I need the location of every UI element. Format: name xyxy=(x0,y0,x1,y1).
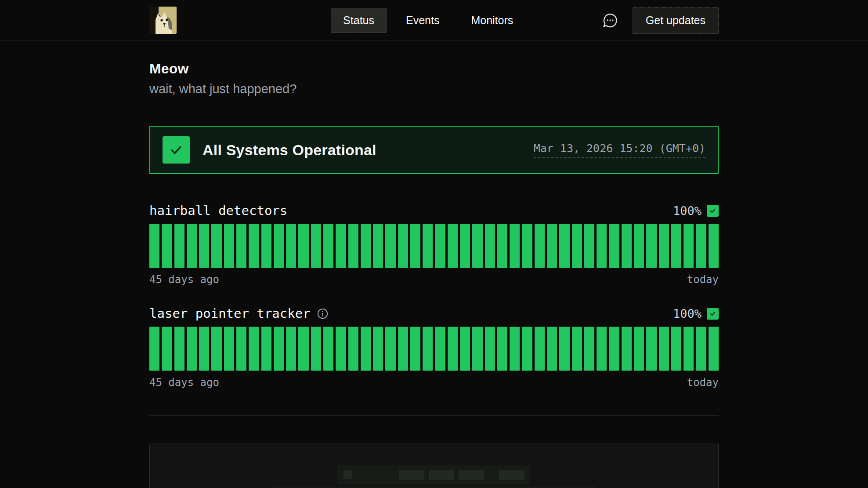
uptime-day-bar[interactable] xyxy=(249,224,259,268)
uptime-day-bar[interactable] xyxy=(696,224,706,268)
uptime-day-bar[interactable] xyxy=(149,224,159,268)
site-logo-polite-cat[interactable] xyxy=(149,7,177,34)
uptime-day-bar[interactable] xyxy=(261,224,271,268)
uptime-day-bar[interactable] xyxy=(510,224,520,268)
uptime-day-bar[interactable] xyxy=(211,224,221,268)
uptime-day-bar[interactable] xyxy=(199,327,209,371)
uptime-day-bar[interactable] xyxy=(535,327,545,371)
uptime-day-bar[interactable] xyxy=(410,224,420,268)
uptime-day-bar[interactable] xyxy=(622,327,632,371)
uptime-day-bar[interactable] xyxy=(311,327,321,371)
uptime-day-bar[interactable] xyxy=(485,327,495,371)
uptime-day-bar[interactable] xyxy=(609,327,619,371)
uptime-day-bar[interactable] xyxy=(274,327,284,371)
uptime-day-bar[interactable] xyxy=(472,224,482,268)
uptime-day-bar[interactable] xyxy=(696,327,706,371)
uptime-day-bar[interactable] xyxy=(472,327,482,371)
uptime-day-bar[interactable] xyxy=(485,224,495,268)
uptime-day-bar[interactable] xyxy=(522,327,532,371)
uptime-day-bar[interactable] xyxy=(323,327,333,371)
uptime-day-bar[interactable] xyxy=(659,224,669,268)
uptime-day-bar[interactable] xyxy=(622,224,632,268)
uptime-day-bar[interactable] xyxy=(398,224,408,268)
uptime-day-bar[interactable] xyxy=(224,327,234,371)
uptime-day-bar[interactable] xyxy=(336,327,346,371)
uptime-day-bar[interactable] xyxy=(286,224,296,268)
chat-bubble-icon[interactable] xyxy=(601,11,619,29)
uptime-day-bar[interactable] xyxy=(460,327,470,371)
uptime-day-bar[interactable] xyxy=(584,327,594,371)
uptime-day-bar[interactable] xyxy=(211,327,221,371)
uptime-day-bar[interactable] xyxy=(149,327,159,371)
uptime-day-bar[interactable] xyxy=(671,224,681,268)
uptime-day-bar[interactable] xyxy=(348,327,358,371)
info-circle-icon[interactable] xyxy=(317,308,329,320)
uptime-day-bar[interactable] xyxy=(559,327,569,371)
uptime-day-bar[interactable] xyxy=(597,327,607,371)
uptime-day-bar[interactable] xyxy=(634,224,644,268)
uptime-day-bar[interactable] xyxy=(348,224,358,268)
uptime-day-bar[interactable] xyxy=(684,327,694,371)
uptime-day-bar[interactable] xyxy=(435,224,445,268)
uptime-day-bar[interactable] xyxy=(236,327,246,371)
uptime-day-bar[interactable] xyxy=(274,224,284,268)
uptime-day-bar[interactable] xyxy=(634,327,644,371)
uptime-day-bar[interactable] xyxy=(423,224,433,268)
uptime-day-bar[interactable] xyxy=(510,327,520,371)
uptime-day-bar[interactable] xyxy=(373,327,383,371)
uptime-day-bar[interactable] xyxy=(286,327,296,371)
uptime-day-bar[interactable] xyxy=(659,327,669,371)
status-timestamp[interactable]: Mar 13, 2026 15:20 (GMT+0) xyxy=(534,142,705,158)
uptime-day-bar[interactable] xyxy=(385,224,395,268)
uptime-day-bar[interactable] xyxy=(311,224,321,268)
uptime-day-bar[interactable] xyxy=(373,224,383,268)
uptime-day-bar[interactable] xyxy=(410,327,420,371)
uptime-day-bar[interactable] xyxy=(423,327,433,371)
uptime-day-bar[interactable] xyxy=(435,327,445,371)
uptime-day-bar[interactable] xyxy=(199,224,209,268)
uptime-day-bar[interactable] xyxy=(298,224,308,268)
uptime-day-bar[interactable] xyxy=(298,327,308,371)
uptime-day-bar[interactable] xyxy=(187,327,197,371)
tab-status[interactable]: Status xyxy=(331,8,387,33)
uptime-day-bar[interactable] xyxy=(323,224,333,268)
tab-monitors[interactable]: Monitors xyxy=(459,8,525,33)
uptime-day-bar[interactable] xyxy=(709,224,719,268)
uptime-day-bar[interactable] xyxy=(547,224,557,268)
uptime-day-bar[interactable] xyxy=(162,224,172,268)
uptime-day-bar[interactable] xyxy=(448,327,458,371)
uptime-day-bar[interactable] xyxy=(671,327,681,371)
uptime-day-bar[interactable] xyxy=(398,327,408,371)
tab-events[interactable]: Events xyxy=(394,8,452,33)
uptime-day-bar[interactable] xyxy=(460,224,470,268)
uptime-day-bar[interactable] xyxy=(597,224,607,268)
uptime-day-bar[interactable] xyxy=(162,327,172,371)
uptime-day-bar[interactable] xyxy=(385,327,395,371)
uptime-day-bar[interactable] xyxy=(174,224,184,268)
get-updates-button[interactable]: Get updates xyxy=(633,7,719,34)
uptime-day-bar[interactable] xyxy=(547,327,557,371)
uptime-day-bar[interactable] xyxy=(224,224,234,268)
uptime-day-bar[interactable] xyxy=(249,327,259,371)
uptime-day-bar[interactable] xyxy=(497,327,507,371)
uptime-day-bar[interactable] xyxy=(535,224,545,268)
uptime-day-bar[interactable] xyxy=(236,224,246,268)
uptime-day-bar[interactable] xyxy=(336,224,346,268)
uptime-day-bar[interactable] xyxy=(361,327,371,371)
uptime-day-bar[interactable] xyxy=(646,224,656,268)
uptime-day-bar[interactable] xyxy=(261,327,271,371)
uptime-day-bar[interactable] xyxy=(174,327,184,371)
uptime-day-bar[interactable] xyxy=(609,224,619,268)
uptime-day-bar[interactable] xyxy=(584,224,594,268)
uptime-day-bar[interactable] xyxy=(572,224,582,268)
uptime-day-bar[interactable] xyxy=(572,327,582,371)
uptime-day-bar[interactable] xyxy=(684,224,694,268)
uptime-day-bar[interactable] xyxy=(448,224,458,268)
uptime-day-bar[interactable] xyxy=(646,327,656,371)
uptime-day-bar[interactable] xyxy=(709,327,719,371)
uptime-day-bar[interactable] xyxy=(361,224,371,268)
uptime-day-bar[interactable] xyxy=(497,224,507,268)
uptime-day-bar[interactable] xyxy=(559,224,569,268)
uptime-day-bar[interactable] xyxy=(522,224,532,268)
uptime-day-bar[interactable] xyxy=(187,224,197,268)
